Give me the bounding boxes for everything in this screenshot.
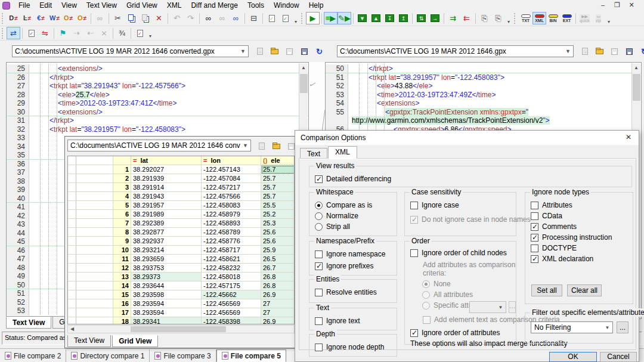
table-row[interactable]: 1238.293753-122.45823226.7 bbox=[68, 264, 294, 273]
open-file-icon[interactable] bbox=[594, 46, 605, 57]
compare-directories-icon[interactable]: Ŀ≠ bbox=[20, 12, 34, 24]
xml-line[interactable]: 32<trkpt lat="38.291957" lon="-122.45808… bbox=[7, 125, 308, 134]
grid-view-window[interactable]: C:\documents\ACTIVE LOG 19 MAR 2012 1646… bbox=[64, 136, 296, 348]
cell-lon[interactable]: -122.458232 bbox=[202, 264, 261, 273]
grid-table[interactable]: =lat=lon()ele138.292027-122.45714325.723… bbox=[67, 156, 295, 324]
xml-line[interactable]: 51<trkpt lat="38.291957" lon="-122.45808… bbox=[326, 73, 641, 82]
tab-file-compare-3[interactable]: File compare 3 bbox=[150, 349, 216, 362]
left-file-path-combo[interactable]: C:\documents\ACTIVE LOG 19 MAR 2012 1646… bbox=[12, 45, 249, 57]
cell-lon[interactable]: -122.45662 bbox=[202, 290, 261, 299]
save-as-icon[interactable] bbox=[624, 46, 635, 57]
table-row[interactable]: 738.292389-122.45889325.3 bbox=[68, 219, 294, 228]
dialog-tab-text[interactable]: Text bbox=[300, 148, 327, 159]
flag-icon[interactable]: ⚑ bbox=[56, 27, 70, 39]
cut-icon[interactable]: ✂ bbox=[111, 12, 125, 24]
xml-line[interactable]: http://www.garmin.com/xmlschemas/TrackPo… bbox=[326, 116, 641, 125]
compare-word-files-icon[interactable]: W≠ bbox=[48, 12, 61, 24]
table-row[interactable]: 1038.293214-122.45871725.9 bbox=[68, 246, 294, 255]
menu-view[interactable]: View bbox=[57, 1, 82, 10]
menu-text-view[interactable]: Text View bbox=[82, 1, 122, 10]
compare-as-text-icon[interactable]: TXT bbox=[519, 12, 532, 24]
checkbox-detailed-differencing[interactable]: Detailed differencing bbox=[315, 175, 631, 183]
cell-lon[interactable]: -122.457143 bbox=[202, 165, 261, 174]
first-difference-icon[interactable]: ↥ bbox=[397, 12, 410, 24]
chevron-down-icon[interactable]: ▼ bbox=[240, 140, 250, 151]
cell-ele[interactable]: 26.9 bbox=[261, 290, 295, 299]
radio-button[interactable] bbox=[315, 223, 323, 231]
grid-tab-text-view[interactable]: Text View bbox=[67, 335, 111, 347]
compare-as-binary-icon[interactable]: BIN bbox=[546, 12, 560, 24]
reload-file-icon[interactable]: ↻ bbox=[639, 46, 644, 57]
checkbox[interactable] bbox=[410, 249, 418, 257]
cell-lat[interactable]: 38.293644 bbox=[131, 281, 202, 290]
print-icon[interactable]: ⊟ bbox=[247, 12, 261, 24]
cell-ele[interactable]: 25.7 bbox=[261, 192, 295, 201]
menu-help[interactable]: Help bbox=[304, 1, 329, 10]
checkbox-comments[interactable]: Comments bbox=[531, 222, 633, 231]
check-wellformed-icon[interactable]: ✓ bbox=[265, 12, 278, 24]
cell-lat[interactable]: 38.293753 bbox=[131, 264, 202, 273]
cell-lat[interactable]: 38.292389 bbox=[131, 219, 202, 228]
cell-ele[interactable]: 25.5 bbox=[261, 201, 295, 210]
chevron-down-icon[interactable]: ▼ bbox=[563, 46, 573, 57]
checkbox-ignore-namespace[interactable]: Ignore namespace bbox=[315, 250, 397, 258]
checkbox-attributes[interactable]: Attributes bbox=[531, 201, 633, 209]
filter-browse-button[interactable]: ... bbox=[617, 321, 628, 333]
last-difference-icon[interactable]: ↧ bbox=[383, 12, 397, 24]
replace-icon[interactable]: ∞ bbox=[229, 12, 243, 24]
cell-lon[interactable]: -122.457084 bbox=[202, 174, 261, 183]
checkbox[interactable] bbox=[315, 344, 323, 351]
find-icon[interactable]: ∞ bbox=[202, 12, 215, 24]
grid-hscrollbar[interactable]: ◀ bbox=[67, 325, 295, 333]
copy-to-right-icon[interactable]: ⎘ bbox=[478, 12, 491, 24]
menu-edit[interactable]: Edit bbox=[35, 1, 57, 10]
radio-button[interactable] bbox=[315, 202, 323, 209]
checkbox[interactable] bbox=[410, 202, 418, 209]
close-icon[interactable]: ✕ bbox=[623, 133, 634, 143]
menu-file[interactable]: File bbox=[14, 1, 35, 10]
view-tab-text-view[interactable]: Text View bbox=[6, 317, 51, 329]
save-as-icon[interactable] bbox=[299, 46, 310, 57]
minimize-icon[interactable]: – bbox=[599, 1, 607, 9]
radio-compare-as-is[interactable]: Compare as is bbox=[315, 201, 397, 209]
toolbar-overflow-icon[interactable]: ▾ bbox=[507, 19, 510, 26]
table-row[interactable]: 1438.293644-122.45717526.8 bbox=[68, 281, 294, 290]
chevron-down-icon[interactable]: ▼ bbox=[603, 323, 612, 332]
cell-ele[interactable]: 25.7 bbox=[261, 183, 295, 192]
open-file-icon[interactable] bbox=[269, 46, 280, 57]
xml-line[interactable]: 53<time>2012-03-19T23:47:49Z</time> bbox=[326, 91, 641, 100]
merge-left-icon[interactable]: ⇇ bbox=[460, 12, 473, 24]
cell-lon[interactable]: -122.458893 bbox=[202, 219, 261, 228]
checkbox-processing-instruction[interactable]: Processing instruction bbox=[531, 233, 633, 242]
cell-lon[interactable]: -122.458398 bbox=[202, 317, 261, 324]
cell-ele[interactable]: 25.6 bbox=[261, 228, 295, 237]
checkbox[interactable] bbox=[531, 245, 538, 252]
tab-file-compare-5[interactable]: File compare 5 bbox=[216, 349, 286, 362]
menu-window[interactable]: Window bbox=[269, 1, 304, 10]
dialog-title-bar[interactable]: Comparison Options ✕ bbox=[295, 131, 639, 145]
checkbox[interactable] bbox=[315, 289, 323, 296]
checkbox[interactable] bbox=[531, 255, 538, 263]
checkbox-doctype[interactable]: DOCTYPE bbox=[531, 244, 633, 252]
cell-lat[interactable]: 38.291989 bbox=[131, 210, 202, 219]
cell-ele[interactable]: 25.3 bbox=[261, 219, 295, 228]
current-difference-icon[interactable]: → bbox=[428, 12, 442, 24]
column-header-lat[interactable]: =lat bbox=[131, 156, 202, 165]
grid-file-path-combo[interactable]: C:\documents\ACTIVE LOG 19 MAR 2012 1646… bbox=[67, 140, 251, 151]
cell-ele[interactable]: 25.6 bbox=[261, 237, 295, 246]
checkbox[interactable] bbox=[315, 250, 323, 258]
clear-all-button[interactable]: Clear all bbox=[567, 284, 602, 296]
table-row[interactable]: 1738.293594-122.45656927 bbox=[68, 308, 294, 317]
cell-lon[interactable]: -122.457217 bbox=[202, 183, 261, 192]
sync-views-icon[interactable]: ⇄ bbox=[7, 27, 20, 39]
comparison-document-icon[interactable]: ✓ bbox=[133, 27, 147, 39]
cell-ele[interactable]: 25.7 bbox=[261, 165, 295, 174]
cell-lon[interactable]: -122.457566 bbox=[202, 192, 261, 201]
checkbox[interactable] bbox=[531, 202, 538, 209]
table-row[interactable]: 338.291914-122.45721725.7 bbox=[68, 183, 294, 192]
cell-lat[interactable]: 38.293214 bbox=[131, 246, 202, 255]
checkbox-ignore-prefixes[interactable]: Ignore prefixes bbox=[315, 262, 397, 270]
table-row[interactable]: 1138.293659-122.45862126.5 bbox=[68, 255, 294, 264]
merge-right-icon[interactable]: ⇉ bbox=[446, 12, 460, 24]
ignore-case-icon[interactable]: ¾ bbox=[115, 27, 129, 39]
